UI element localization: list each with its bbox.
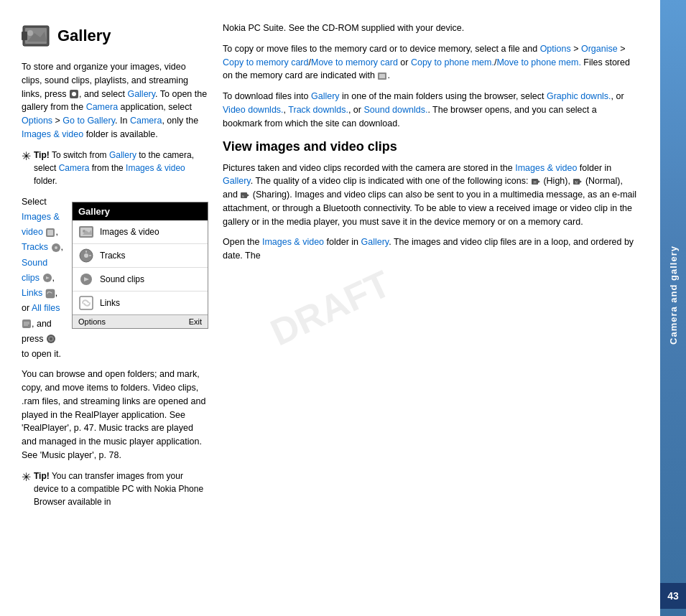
all-files-link[interactable]: All files: [32, 303, 60, 313]
graphic-downls-link[interactable]: Graphic downls.: [547, 91, 611, 101]
track-downlds-link[interactable]: Track downlds.: [288, 105, 348, 115]
page-title: Gallery: [57, 27, 111, 45]
download-paragraph: To download files into Gallery in one of…: [223, 90, 639, 130]
images-video-icon: [78, 224, 94, 240]
gallery-title-icon: [22, 22, 50, 50]
left-column: Gallery To store and organize your image…: [22, 22, 208, 602]
gallery-link-1[interactable]: Gallery: [127, 89, 155, 99]
right-sidebar: Camera and gallery 43: [660, 0, 686, 616]
view-paragraph-2: Open the Images & video folder in Galler…: [223, 235, 639, 263]
right-column: Nokia PC Suite. See the CD-ROM supplied …: [223, 22, 639, 602]
svg-rect-31: [379, 74, 385, 78]
copy-to-phone-link[interactable]: Copy to phone mem.: [411, 57, 494, 67]
svg-point-2: [27, 30, 33, 36]
sound-clips-icon: [78, 271, 94, 287]
svg-point-6: [72, 92, 76, 96]
svg-text:S: S: [242, 195, 244, 198]
tip-text-1: Tip! To switch from Gallery to the camer…: [34, 149, 208, 187]
gallery-link-2[interactable]: Gallery: [311, 91, 340, 101]
svg-point-29: [50, 337, 52, 340]
menu-label-tracks: Tracks: [100, 251, 126, 261]
links-link[interactable]: Links: [22, 288, 42, 298]
tip-label-2: Tip!: [34, 471, 50, 481]
images-video-link-3[interactable]: Images & video: [515, 163, 577, 173]
menu-item-links[interactable]: Links: [73, 291, 208, 314]
gallery-link-tip[interactable]: Gallery: [109, 150, 136, 160]
sidebar-text: Camera and gallery: [668, 246, 679, 345]
intro-paragraph: To store and organize your images, video…: [22, 60, 208, 141]
tip-star-2: ✳: [22, 470, 31, 484]
svg-rect-18: [47, 230, 53, 235]
title-area: Gallery: [22, 22, 208, 50]
copy-to-memory-link[interactable]: Copy to memory card: [223, 57, 308, 67]
phone-menu-footer: Options Exit: [73, 314, 208, 328]
tracks-icon: [78, 248, 94, 263]
svg-marker-39: [247, 194, 249, 197]
options-link-1[interactable]: Options: [22, 116, 52, 126]
images-video-link-1[interactable]: Images & video: [22, 129, 83, 139]
links-icon: [78, 295, 94, 311]
gallery-link-3[interactable]: Gallery: [223, 176, 251, 186]
svg-marker-33: [538, 180, 540, 183]
move-to-phone-link[interactable]: Move to phone mem.: [496, 57, 580, 67]
move-to-memory-link[interactable]: Move to memory card: [311, 57, 398, 67]
tip-box-2: ✳ Tip! You can transfer images from your…: [22, 470, 208, 508]
svg-text:H: H: [534, 180, 537, 185]
svg-marker-36: [580, 180, 582, 183]
menu-label-images-video: Images & video: [100, 227, 159, 237]
tracks-link[interactable]: Tracks: [22, 242, 48, 252]
view-section-heading: View images and video clips: [223, 139, 639, 155]
menu-item-sound-clips[interactable]: Sound clips: [73, 268, 208, 291]
sound-downlds-link[interactable]: Sound downlds.: [363, 105, 427, 115]
tip-label-1: Tip!: [34, 150, 50, 160]
menu-label-sound-clips: Sound clips: [100, 274, 144, 284]
page-number: 43: [660, 583, 686, 609]
tip-star-1: ✳: [22, 149, 31, 163]
svg-rect-16: [80, 297, 93, 309]
menu-options-label[interactable]: Options: [78, 317, 106, 326]
nokia-suite-paragraph: Nokia PC Suite. See the CD-ROM supplied …: [223, 22, 639, 35]
browse-paragraph: You can browse and open folders; and mar…: [22, 368, 208, 462]
svg-point-20: [55, 246, 57, 249]
options-link-2[interactable]: Options: [540, 44, 571, 54]
phone-menu: Gallery Images & video: [72, 202, 208, 329]
video-downlds-link[interactable]: Video downlds.: [223, 105, 284, 115]
tip-box-1: ✳ Tip! To switch from Gallery to the cam…: [22, 149, 208, 187]
menu-exit-label[interactable]: Exit: [189, 317, 202, 326]
images-video-link-tip[interactable]: Images & video: [126, 163, 185, 173]
phone-menu-title: Gallery: [73, 202, 208, 220]
tip-text-2: Tip! You can transfer images from your d…: [34, 470, 208, 508]
svg-text:N: N: [575, 181, 578, 185]
sidebar-label: Camera and gallery: [668, 7, 679, 583]
phone-menu-items: Images & video Tracks: [73, 220, 208, 314]
copy-move-paragraph: To copy or move files to the memory card…: [223, 42, 639, 83]
camera-link-tip[interactable]: Camera: [59, 163, 90, 173]
menu-item-images-video[interactable]: Images & video: [73, 220, 208, 244]
menu-label-links: Links: [100, 298, 120, 308]
camera-link-2[interactable]: Camera: [130, 116, 162, 126]
svg-rect-4: [22, 32, 27, 40]
organise-link[interactable]: Organise: [581, 44, 618, 54]
gallery-link-4[interactable]: Gallery: [361, 237, 389, 247]
view-paragraph-1: Pictures taken and video clips recorded …: [223, 162, 639, 229]
menu-item-tracks[interactable]: Tracks: [73, 244, 208, 268]
svg-point-12: [84, 253, 88, 258]
images-video-link-4[interactable]: Images & video: [262, 237, 324, 247]
go-to-gallery-link[interactable]: Go to Gallery: [62, 116, 115, 126]
camera-link-1[interactable]: Camera: [86, 102, 118, 112]
